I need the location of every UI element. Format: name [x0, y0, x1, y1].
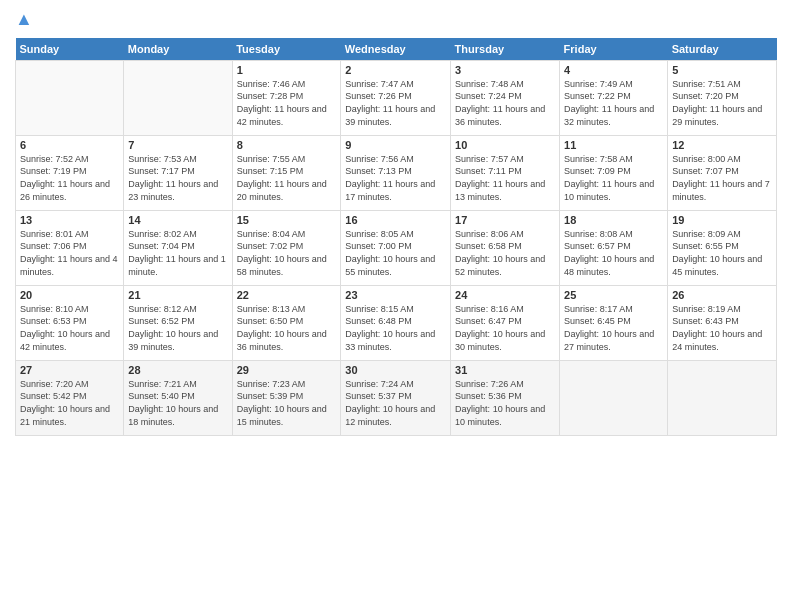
- day-info: Sunrise: 7:48 AM Sunset: 7:24 PM Dayligh…: [455, 78, 555, 128]
- day-number: 1: [237, 64, 337, 76]
- day-info: Sunrise: 7:21 AM Sunset: 5:40 PM Dayligh…: [128, 378, 227, 428]
- day-info: Sunrise: 7:57 AM Sunset: 7:11 PM Dayligh…: [455, 153, 555, 203]
- calendar-week-1: 1Sunrise: 7:46 AM Sunset: 7:28 PM Daylig…: [16, 60, 777, 135]
- calendar-cell: [560, 360, 668, 435]
- calendar-cell: 17Sunrise: 8:06 AM Sunset: 6:58 PM Dayli…: [451, 210, 560, 285]
- col-header-tuesday: Tuesday: [232, 38, 341, 61]
- calendar-cell: 20Sunrise: 8:10 AM Sunset: 6:53 PM Dayli…: [16, 285, 124, 360]
- day-number: 8: [237, 139, 337, 151]
- calendar-cell: 19Sunrise: 8:09 AM Sunset: 6:55 PM Dayli…: [668, 210, 777, 285]
- calendar-cell: 30Sunrise: 7:24 AM Sunset: 5:37 PM Dayli…: [341, 360, 451, 435]
- day-info: Sunrise: 7:20 AM Sunset: 5:42 PM Dayligh…: [20, 378, 119, 428]
- day-number: 11: [564, 139, 663, 151]
- calendar-cell: 24Sunrise: 8:16 AM Sunset: 6:47 PM Dayli…: [451, 285, 560, 360]
- calendar-cell: [16, 60, 124, 135]
- calendar-cell: 21Sunrise: 8:12 AM Sunset: 6:52 PM Dayli…: [124, 285, 232, 360]
- calendar-week-4: 20Sunrise: 8:10 AM Sunset: 6:53 PM Dayli…: [16, 285, 777, 360]
- calendar-cell: 13Sunrise: 8:01 AM Sunset: 7:06 PM Dayli…: [16, 210, 124, 285]
- calendar-cell: 9Sunrise: 7:56 AM Sunset: 7:13 PM Daylig…: [341, 135, 451, 210]
- day-number: 10: [455, 139, 555, 151]
- day-number: 21: [128, 289, 227, 301]
- day-number: 5: [672, 64, 772, 76]
- calendar-cell: [668, 360, 777, 435]
- day-info: Sunrise: 8:10 AM Sunset: 6:53 PM Dayligh…: [20, 303, 119, 353]
- day-info: Sunrise: 7:53 AM Sunset: 7:17 PM Dayligh…: [128, 153, 227, 203]
- day-number: 4: [564, 64, 663, 76]
- calendar-cell: 18Sunrise: 8:08 AM Sunset: 6:57 PM Dayli…: [560, 210, 668, 285]
- day-number: 24: [455, 289, 555, 301]
- day-number: 7: [128, 139, 227, 151]
- day-number: 18: [564, 214, 663, 226]
- day-number: 14: [128, 214, 227, 226]
- calendar-week-3: 13Sunrise: 8:01 AM Sunset: 7:06 PM Dayli…: [16, 210, 777, 285]
- day-info: Sunrise: 8:06 AM Sunset: 6:58 PM Dayligh…: [455, 228, 555, 278]
- day-info: Sunrise: 8:17 AM Sunset: 6:45 PM Dayligh…: [564, 303, 663, 353]
- day-number: 28: [128, 364, 227, 376]
- calendar-cell: 28Sunrise: 7:21 AM Sunset: 5:40 PM Dayli…: [124, 360, 232, 435]
- day-number: 2: [345, 64, 446, 76]
- day-info: Sunrise: 8:15 AM Sunset: 6:48 PM Dayligh…: [345, 303, 446, 353]
- day-info: Sunrise: 8:00 AM Sunset: 7:07 PM Dayligh…: [672, 153, 772, 203]
- col-header-monday: Monday: [124, 38, 232, 61]
- calendar-cell: 2Sunrise: 7:47 AM Sunset: 7:26 PM Daylig…: [341, 60, 451, 135]
- calendar-week-5: 27Sunrise: 7:20 AM Sunset: 5:42 PM Dayli…: [16, 360, 777, 435]
- day-number: 13: [20, 214, 119, 226]
- day-info: Sunrise: 7:46 AM Sunset: 7:28 PM Dayligh…: [237, 78, 337, 128]
- calendar-cell: 25Sunrise: 8:17 AM Sunset: 6:45 PM Dayli…: [560, 285, 668, 360]
- day-info: Sunrise: 7:55 AM Sunset: 7:15 PM Dayligh…: [237, 153, 337, 203]
- day-info: Sunrise: 7:47 AM Sunset: 7:26 PM Dayligh…: [345, 78, 446, 128]
- day-number: 27: [20, 364, 119, 376]
- day-number: 31: [455, 364, 555, 376]
- logo-text: ▲: [15, 10, 33, 30]
- calendar-cell: 7Sunrise: 7:53 AM Sunset: 7:17 PM Daylig…: [124, 135, 232, 210]
- calendar-cell: 31Sunrise: 7:26 AM Sunset: 5:36 PM Dayli…: [451, 360, 560, 435]
- calendar-cell: 27Sunrise: 7:20 AM Sunset: 5:42 PM Dayli…: [16, 360, 124, 435]
- logo: ▲: [15, 10, 33, 30]
- page-container: ▲ SundayMondayTuesdayWednesdayThursdayFr…: [0, 0, 792, 446]
- calendar-cell: 6Sunrise: 7:52 AM Sunset: 7:19 PM Daylig…: [16, 135, 124, 210]
- day-info: Sunrise: 7:56 AM Sunset: 7:13 PM Dayligh…: [345, 153, 446, 203]
- calendar-cell: 4Sunrise: 7:49 AM Sunset: 7:22 PM Daylig…: [560, 60, 668, 135]
- day-number: 26: [672, 289, 772, 301]
- day-info: Sunrise: 8:05 AM Sunset: 7:00 PM Dayligh…: [345, 228, 446, 278]
- day-info: Sunrise: 7:24 AM Sunset: 5:37 PM Dayligh…: [345, 378, 446, 428]
- day-info: Sunrise: 8:02 AM Sunset: 7:04 PM Dayligh…: [128, 228, 227, 278]
- day-number: 16: [345, 214, 446, 226]
- calendar-cell: 22Sunrise: 8:13 AM Sunset: 6:50 PM Dayli…: [232, 285, 341, 360]
- day-number: 19: [672, 214, 772, 226]
- day-info: Sunrise: 7:58 AM Sunset: 7:09 PM Dayligh…: [564, 153, 663, 203]
- calendar-cell: 8Sunrise: 7:55 AM Sunset: 7:15 PM Daylig…: [232, 135, 341, 210]
- day-info: Sunrise: 8:16 AM Sunset: 6:47 PM Dayligh…: [455, 303, 555, 353]
- calendar-cell: 11Sunrise: 7:58 AM Sunset: 7:09 PM Dayli…: [560, 135, 668, 210]
- calendar-cell: 14Sunrise: 8:02 AM Sunset: 7:04 PM Dayli…: [124, 210, 232, 285]
- calendar-cell: 12Sunrise: 8:00 AM Sunset: 7:07 PM Dayli…: [668, 135, 777, 210]
- day-info: Sunrise: 8:09 AM Sunset: 6:55 PM Dayligh…: [672, 228, 772, 278]
- calendar-cell: [124, 60, 232, 135]
- calendar-cell: 29Sunrise: 7:23 AM Sunset: 5:39 PM Dayli…: [232, 360, 341, 435]
- day-number: 15: [237, 214, 337, 226]
- calendar-cell: 1Sunrise: 7:46 AM Sunset: 7:28 PM Daylig…: [232, 60, 341, 135]
- calendar-table: SundayMondayTuesdayWednesdayThursdayFrid…: [15, 38, 777, 436]
- day-info: Sunrise: 8:01 AM Sunset: 7:06 PM Dayligh…: [20, 228, 119, 278]
- col-header-saturday: Saturday: [668, 38, 777, 61]
- calendar-cell: 5Sunrise: 7:51 AM Sunset: 7:20 PM Daylig…: [668, 60, 777, 135]
- calendar-header-row: SundayMondayTuesdayWednesdayThursdayFrid…: [16, 38, 777, 61]
- day-number: 6: [20, 139, 119, 151]
- col-header-wednesday: Wednesday: [341, 38, 451, 61]
- day-info: Sunrise: 8:12 AM Sunset: 6:52 PM Dayligh…: [128, 303, 227, 353]
- day-number: 23: [345, 289, 446, 301]
- calendar-cell: 26Sunrise: 8:19 AM Sunset: 6:43 PM Dayli…: [668, 285, 777, 360]
- col-header-friday: Friday: [560, 38, 668, 61]
- day-info: Sunrise: 7:49 AM Sunset: 7:22 PM Dayligh…: [564, 78, 663, 128]
- calendar-week-2: 6Sunrise: 7:52 AM Sunset: 7:19 PM Daylig…: [16, 135, 777, 210]
- day-info: Sunrise: 8:19 AM Sunset: 6:43 PM Dayligh…: [672, 303, 772, 353]
- calendar-cell: 16Sunrise: 8:05 AM Sunset: 7:00 PM Dayli…: [341, 210, 451, 285]
- day-info: Sunrise: 7:52 AM Sunset: 7:19 PM Dayligh…: [20, 153, 119, 203]
- day-number: 9: [345, 139, 446, 151]
- day-number: 17: [455, 214, 555, 226]
- calendar-cell: 15Sunrise: 8:04 AM Sunset: 7:02 PM Dayli…: [232, 210, 341, 285]
- col-header-sunday: Sunday: [16, 38, 124, 61]
- day-info: Sunrise: 7:23 AM Sunset: 5:39 PM Dayligh…: [237, 378, 337, 428]
- day-info: Sunrise: 7:26 AM Sunset: 5:36 PM Dayligh…: [455, 378, 555, 428]
- calendar-cell: 3Sunrise: 7:48 AM Sunset: 7:24 PM Daylig…: [451, 60, 560, 135]
